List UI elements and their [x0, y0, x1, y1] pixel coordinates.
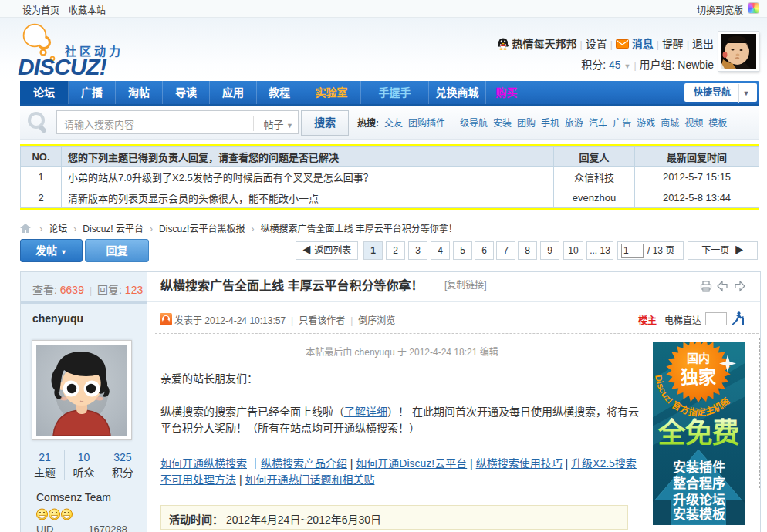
svg-text:升级论坛: 升级论坛 — [673, 492, 725, 507]
svg-text:整合程序: 整合程序 — [673, 476, 725, 491]
svg-text:全免费: 全免费 — [657, 417, 738, 449]
svg-text:国内: 国内 — [687, 352, 710, 365]
svg-text:独家: 独家 — [681, 367, 716, 387]
svg-text:安装插件: 安装插件 — [673, 460, 725, 475]
svg-text:安装模板: 安装模板 — [673, 507, 726, 522]
